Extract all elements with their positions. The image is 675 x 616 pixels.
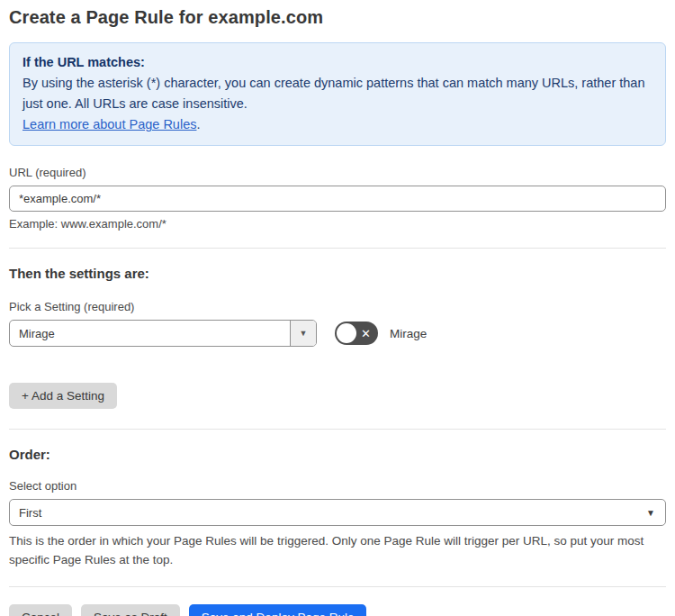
toggle-off-x-icon: ✕ [361,328,371,340]
settings-section-heading: Then the settings are: [9,266,666,281]
divider [9,586,666,587]
divider [9,429,666,430]
order-section-heading: Order: [9,447,666,462]
form-actions: Cancel Save as Draft Save and Deploy Pag… [9,604,666,616]
create-page-rule-form: Create a Page Rule for example.com If th… [0,0,675,616]
order-select[interactable]: First ▼ [9,499,666,526]
order-help-text: This is the order in which your Page Rul… [9,531,657,569]
link-suffix: . [196,117,200,131]
info-box-body: By using the asterisk (*) character, you… [22,73,652,114]
learn-more-link[interactable]: Learn more about Page Rules [22,117,196,131]
url-field-label: URL (required) [9,166,666,179]
select-option-label: Select option [9,479,666,493]
toggle-knob [337,323,356,343]
chevron-down-icon: ▼ [300,329,308,338]
setting-select[interactable]: Mirage ▼ [9,320,317,347]
add-setting-button[interactable]: + Add a Setting [9,383,117,409]
info-box-heading: If the URL matches: [22,52,652,73]
url-input[interactable] [9,186,666,212]
setting-select-value: Mirage [10,327,290,340]
divider [9,248,666,249]
cancel-button[interactable]: Cancel [9,604,72,616]
chevron-down-icon: ▼ [646,508,665,518]
info-box-link-line: Learn more about Page Rules. [22,114,652,135]
setting-select-arrow-button[interactable]: ▼ [290,321,316,346]
setting-row: Mirage ▼ ✕ Mirage [9,320,666,347]
save-as-draft-button[interactable]: Save as Draft [81,604,180,616]
save-and-deploy-button[interactable]: Save and Deploy Page Rule [189,604,367,616]
url-example-text: Example: www.example.com/* [9,217,666,231]
page-title: Create a Page Rule for example.com [9,7,666,28]
order-select-value: First [10,506,646,520]
mirage-toggle[interactable]: ✕ [335,322,378,345]
toggle-label: Mirage [390,327,427,340]
pick-setting-label: Pick a Setting (required) [9,300,666,313]
url-match-info-box: If the URL matches: By using the asteris… [9,42,666,146]
